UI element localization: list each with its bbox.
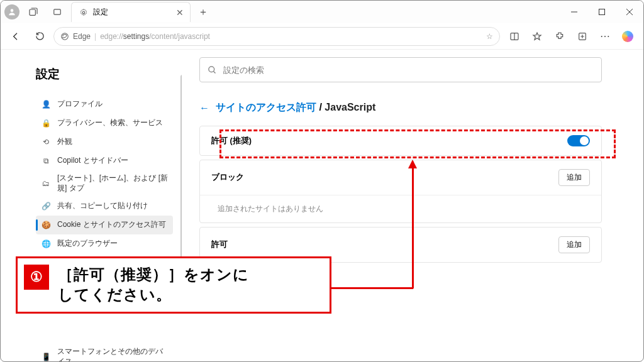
allow-toggle[interactable] <box>567 135 590 146</box>
sidebar-item-icon: ⧉ <box>41 156 51 165</box>
window-close-button[interactable] <box>616 1 643 23</box>
annotation-arrow-head <box>408 160 417 168</box>
sidebar-item-label: プロファイル <box>57 99 103 109</box>
addr-app-label: Edge <box>73 32 91 41</box>
annotation-callout: ① ［許可（推奨）］をオンに してください。 <box>16 256 331 314</box>
sidebar-item-icon: 🔒 <box>41 119 51 128</box>
sidebar-item-icon: 🌐 <box>41 239 51 248</box>
edge-icon <box>60 32 69 41</box>
person-icon <box>8 8 16 16</box>
sidebar-item-icon: 👤 <box>41 100 51 109</box>
svg-point-0 <box>11 9 14 12</box>
copilot-icon[interactable] <box>617 26 638 47</box>
breadcrumb-back-icon[interactable]: ← <box>199 102 209 114</box>
sidebar-scrollbar-thumb[interactable] <box>180 75 182 263</box>
sidebar-item-label: 外観 <box>57 137 72 147</box>
sidebar-item-icon: 🔗 <box>41 202 51 211</box>
settings-sidebar: 設定 👤プロファイル🔒プライバシー、検索、サービス⟲外観⧉Copilot とサイ… <box>1 50 182 361</box>
svg-point-3 <box>82 11 85 14</box>
sidebar-item[interactable]: 🔒プライバシー、検索、サービス <box>36 114 173 133</box>
breadcrumb-parent[interactable]: サイトのアクセス許可 <box>216 102 316 112</box>
sidebar-item[interactable]: ⟲外観 <box>36 133 173 151</box>
sidebar-item-icon: 📱 <box>41 353 51 361</box>
tab-title: 設定 <box>93 7 108 18</box>
split-screen-icon[interactable] <box>504 26 525 47</box>
block-add-button[interactable]: 追加 <box>558 169 590 186</box>
browser-toolbar: Edge | edge://settings/content/javascrip… <box>1 23 643 50</box>
svg-rect-2 <box>54 9 61 14</box>
svg-line-15 <box>213 71 215 73</box>
sidebar-item[interactable]: 🗂[スタート]、[ホーム]、および [新規] タブ <box>36 170 173 197</box>
allow-add-button[interactable]: 追加 <box>558 236 590 253</box>
block-section-label: ブロック <box>211 172 244 183</box>
sidebar-item[interactable]: 🌐既定のブラウザー <box>36 234 173 253</box>
address-bar[interactable]: Edge | edge://settings/content/javascrip… <box>53 27 500 46</box>
address-url: edge://settings/content/javascript <box>100 32 210 41</box>
sidebar-item[interactable]: ⧉Copilot とサイドバー <box>36 151 173 170</box>
window-titlebar: 設定 ✕ ＋ <box>1 1 643 23</box>
workspaces-icon[interactable] <box>23 2 43 22</box>
breadcrumb-current: JavaScript <box>325 102 375 112</box>
profile-avatar[interactable] <box>4 4 19 19</box>
sidebar-item-label: スマートフォンとその他のデバイス <box>57 347 168 361</box>
svg-point-14 <box>209 66 214 72</box>
favorite-icon[interactable]: ☆ <box>486 32 493 41</box>
settings-search[interactable] <box>199 57 602 82</box>
sidebar-item-icon: 🗂 <box>41 179 51 188</box>
settings-heading: 設定 <box>36 66 173 82</box>
breadcrumb: ← サイトのアクセス許可 / JavaScript <box>199 101 626 114</box>
sidebar-item[interactable]: 🍪Cookie とサイトのアクセス許可 <box>36 216 173 234</box>
annotation-arrow-horizontal <box>329 287 413 289</box>
sidebar-item[interactable]: 🔗共有、コピーして貼り付け <box>36 197 173 216</box>
sidebar-item-icon: 🍪 <box>41 221 51 229</box>
new-tab-button[interactable]: ＋ <box>194 3 212 21</box>
tab-close-icon[interactable]: ✕ <box>176 8 184 18</box>
allowed-toggle-card: 許可 (推奨) <box>199 126 602 156</box>
block-empty-text: 追加されたサイトはありません <box>211 204 323 214</box>
svg-rect-5 <box>599 9 605 15</box>
back-button[interactable] <box>6 26 26 47</box>
tabs-icon[interactable] <box>47 2 67 22</box>
sidebar-item-label: 既定のブラウザー <box>57 239 118 249</box>
search-icon <box>208 65 217 75</box>
block-list-card: ブロック 追加 追加されたサイトはありません <box>199 160 602 223</box>
sidebar-item[interactable]: 👤プロファイル <box>36 95 173 114</box>
extensions-icon[interactable] <box>549 26 570 47</box>
window-maximize-button[interactable] <box>588 1 616 23</box>
svg-rect-1 <box>30 9 35 15</box>
sidebar-item-label: Copilot とサイドバー <box>57 156 128 166</box>
collections-icon[interactable] <box>572 26 593 47</box>
annotation-text: ［許可（推奨）］をオンに してください。 <box>58 265 249 305</box>
browser-tab[interactable]: 設定 ✕ <box>71 2 191 22</box>
sidebar-item[interactable] <box>36 329 173 348</box>
annotation-number: ① <box>24 265 49 290</box>
allow-section-label: 許可 <box>211 239 228 250</box>
allow-recommended-label: 許可 (推奨) <box>211 136 252 146</box>
menu-button[interactable]: ⋯ <box>594 26 616 47</box>
sidebar-item-label: 共有、コピーして貼り付け <box>57 201 148 211</box>
sidebar-item-icon: ⟲ <box>41 138 51 146</box>
favorites-icon[interactable] <box>526 26 548 47</box>
settings-search-input[interactable] <box>223 65 594 75</box>
sidebar-item-label: Cookie とサイトのアクセス許可 <box>57 220 166 230</box>
sidebar-item-label: プライバシー、検索、サービス <box>57 118 163 128</box>
annotation-arrow-vertical <box>412 162 414 288</box>
refresh-button[interactable] <box>30 26 50 47</box>
gear-icon <box>79 8 88 17</box>
sidebar-item-label: [スタート]、[ホーム]、および [新規] タブ <box>57 173 168 193</box>
window-minimize-button[interactable] <box>560 1 588 23</box>
sidebar-item[interactable]: 📱スマートフォンとその他のデバイス <box>36 348 173 361</box>
